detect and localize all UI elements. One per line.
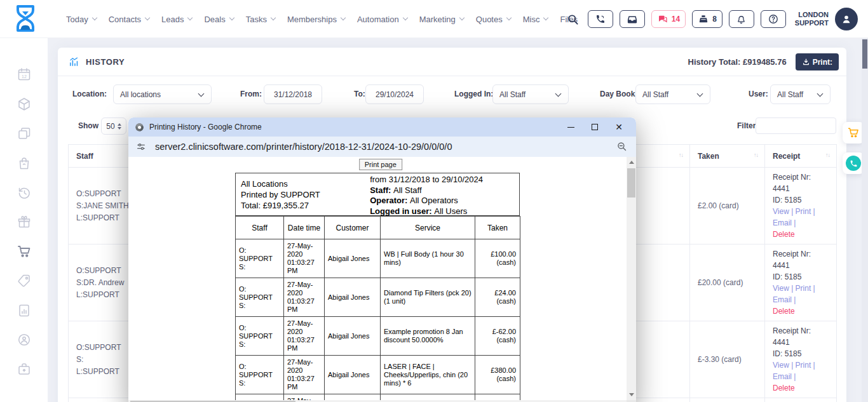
tag-icon[interactable] (17, 273, 32, 288)
view-link[interactable]: View (773, 207, 789, 216)
receipt-actions: View | Print | Email | (773, 206, 829, 229)
calendar-icon[interactable]: 12 (17, 67, 32, 82)
messages-badge: 14 (672, 15, 680, 23)
url-text[interactable]: server2.clinicsoftware.com/printer/histo… (155, 142, 452, 152)
cart-icon (847, 126, 860, 139)
link-separator: | (789, 207, 796, 216)
print-page-button[interactable]: Print page (359, 159, 402, 170)
briefcase-icon[interactable] (17, 361, 32, 377)
email-link[interactable]: Email (773, 218, 792, 227)
till-button[interactable]: 8 (692, 10, 722, 28)
show-entries-select[interactable]: 50 (101, 117, 126, 135)
chart-icon (69, 57, 79, 67)
help-button[interactable] (761, 10, 786, 28)
print-link[interactable]: Print (796, 361, 811, 370)
popup-content: Print page All LocationsPrinted by SUPPO… (128, 157, 636, 402)
menu-item-marketing[interactable]: Marketing (419, 15, 464, 24)
menu-item-tasks[interactable]: Tasks (246, 15, 275, 24)
account-name: LONDON SUPPORT (795, 11, 829, 27)
to-date-input[interactable]: 29/10/2024 (365, 84, 424, 104)
popup-title-bar[interactable]: Printing History - Google Chrome ✕ (128, 117, 636, 137)
scroll-down-arrow-icon[interactable] (629, 393, 634, 396)
scroll-up-arrow-icon[interactable] (629, 161, 634, 164)
report-icon[interactable] (17, 303, 32, 318)
delete-link[interactable]: Delete (773, 230, 795, 239)
scrollbar-thumb[interactable] (627, 168, 635, 198)
menu-item-memberships[interactable]: Memberships (287, 15, 345, 24)
phone-button[interactable] (588, 10, 613, 28)
logged-in-select[interactable]: All Staff (492, 84, 569, 104)
menu-item-leads[interactable]: Leads (161, 15, 192, 24)
view-link[interactable]: View (773, 361, 789, 370)
search-icon[interactable] (567, 13, 579, 25)
clinicsoftware-logo-icon[interactable] (13, 4, 38, 34)
zoom-out-icon[interactable] (616, 141, 627, 152)
print-cell-customer: Abigail Jones (325, 356, 381, 394)
till-badge: 8 (712, 15, 717, 23)
package-icon[interactable] (17, 97, 32, 112)
scrollbar-thumb[interactable] (862, 39, 867, 69)
email-link[interactable]: Email (773, 372, 792, 381)
cart-quick-button[interactable] (843, 122, 864, 144)
site-settings-icon[interactable] (136, 142, 146, 152)
menu-item-misc[interactable]: Misc (523, 15, 548, 24)
summary-line: Staff: All Staff (370, 185, 515, 196)
delete-link[interactable]: Delete (773, 307, 795, 316)
notifications-button[interactable] (729, 10, 754, 28)
from-date-input[interactable]: 31/12/2018 (264, 84, 322, 104)
email-link[interactable]: Email (773, 295, 792, 304)
menu-item-contacts[interactable]: Contacts (109, 15, 149, 24)
maximize-button[interactable] (583, 117, 607, 137)
link-separator: | (789, 284, 796, 293)
inbox-button[interactable] (620, 10, 645, 28)
messages-button[interactable]: 14 (651, 10, 686, 28)
link-separator: | (789, 361, 796, 370)
menu-item-deals[interactable]: Deals (204, 15, 233, 24)
filter-input[interactable] (756, 117, 836, 134)
menu-item-label: Quotes (476, 15, 503, 24)
menu-item-quotes[interactable]: Quotes (476, 15, 511, 24)
print-cell-staff: O: SUPPORT S: (236, 317, 284, 356)
avatar[interactable] (835, 8, 858, 30)
popup-url-bar[interactable]: server2.clinicsoftware.com/printer/histo… (128, 137, 636, 157)
cart-icon[interactable] (17, 244, 32, 259)
minimize-button[interactable] (559, 117, 583, 137)
page-scrollbar[interactable] (862, 38, 868, 402)
user-icon (840, 13, 853, 25)
day-book-select[interactable]: All Staff (635, 84, 710, 104)
taken-cell: £20.00 (card) (690, 245, 765, 321)
print-link[interactable]: Print (796, 207, 811, 216)
person-clock-icon[interactable] (17, 332, 32, 347)
print-cell-customer: Abigail Jones (325, 317, 381, 356)
link-separator: | (792, 295, 796, 304)
delete-link[interactable]: Delete (773, 384, 795, 392)
menu-item-automation[interactable]: Automation (357, 15, 407, 24)
col-receipt[interactable]: Receipt↑↓ (765, 145, 837, 168)
copy-icon[interactable] (17, 126, 32, 141)
menu-item-today[interactable]: Today (66, 15, 97, 24)
print-table: StaffDate timeCustomerServiceTaken O: SU… (235, 216, 520, 402)
print-link[interactable]: Print (796, 284, 811, 293)
print-cell-datetime: 27-May-2020 01:03:27 PM (284, 356, 325, 394)
chevron-down-icon (271, 15, 276, 20)
close-button[interactable]: ✕ (607, 117, 631, 137)
call-quick-button[interactable] (843, 152, 864, 174)
link-separator: | (792, 218, 796, 227)
popup-vertical-scrollbar[interactable] (627, 157, 636, 400)
print-cell-datetime: 27-May-2020 01:03:27 PM (284, 278, 325, 317)
menu-item-label: Automation (357, 15, 399, 24)
link-separator: | (811, 207, 815, 216)
print-col-service: Service (381, 217, 475, 239)
print-cell-taken: £24.00 (cash) (475, 278, 520, 317)
receipt-actions: View | Print | Email | (773, 283, 829, 305)
view-link[interactable]: View (773, 284, 789, 293)
user-select[interactable]: All Staff (770, 84, 831, 104)
col-taken[interactable]: Taken↑↓ (690, 145, 765, 168)
till-icon (698, 14, 709, 24)
chrome-popup-window: Printing History - Google Chrome ✕ serve… (128, 117, 636, 402)
gift-icon[interactable] (17, 214, 32, 229)
history-icon[interactable] (17, 185, 32, 200)
shopping-bag-icon[interactable] (17, 156, 32, 171)
print-button[interactable]: Print: (796, 53, 839, 70)
location-select[interactable]: All locations (113, 84, 212, 104)
